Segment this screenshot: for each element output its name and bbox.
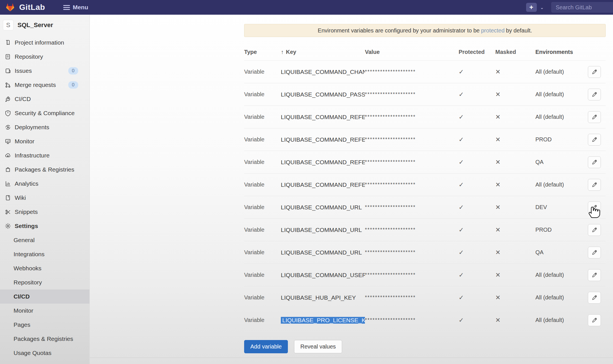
- settings-subitem-usage-quotas[interactable]: Usage Quotas: [0, 346, 89, 360]
- variables-table: Type ↑Key Value Protected Masked Environ…: [244, 44, 606, 332]
- variable-key[interactable]: LIQUIBASE_COMMAND_URL: [281, 204, 365, 211]
- sidebar-item-repository[interactable]: Repository: [0, 50, 89, 64]
- settings-subitem-webhooks[interactable]: Webhooks: [0, 261, 89, 275]
- variable-masked-value: ********************: [365, 137, 456, 142]
- edit-variable-button[interactable]: [588, 224, 601, 236]
- banner-text-after: by default.: [506, 27, 532, 34]
- reveal-values-button[interactable]: Reveal values: [294, 340, 342, 353]
- variable-row: VariableLIQUIBASE_COMMAND_USER...*******…: [244, 264, 606, 286]
- edit-variable-button[interactable]: [588, 111, 601, 123]
- variable-masked-value: ********************: [365, 295, 456, 301]
- sidebar-item-packages-registries[interactable]: Packages & Registries: [0, 163, 89, 177]
- pencil-icon: [592, 69, 597, 75]
- pencil-icon: [592, 182, 597, 188]
- menu-button[interactable]: Menu: [63, 4, 88, 11]
- ci-cd-icon: [5, 96, 11, 102]
- variable-key[interactable]: LIQUIBASE_COMMAND_USER...: [281, 272, 365, 279]
- bottom-divider: [90, 358, 613, 358]
- sidebar-item-label: Wiki: [15, 194, 26, 201]
- settings-subitem-pages[interactable]: Pages: [0, 318, 89, 332]
- sidebar-item-wiki[interactable]: Wiki: [0, 191, 89, 205]
- variable-environments: All (default): [532, 317, 583, 323]
- sidebar-item-merge-requests[interactable]: Merge requests0: [0, 78, 89, 92]
- gitlab-home-link[interactable]: GitLab: [0, 3, 45, 12]
- variable-key[interactable]: LIQUIBASE_COMMAND_CHAN...: [281, 69, 365, 75]
- variable-key[interactable]: LIQUIBASE_COMMAND_PASS...: [281, 91, 365, 98]
- sidebar-item-analytics[interactable]: Analytics: [0, 177, 89, 191]
- variable-key[interactable]: LIQUIBASE_COMMAND_REFER...: [281, 159, 365, 166]
- edit-variable-button[interactable]: [588, 89, 601, 100]
- settings-subitem-packages-registries[interactable]: Packages & Registries: [0, 332, 89, 346]
- sidebar-item-project-information[interactable]: Project information: [0, 36, 89, 50]
- sidebar-item-snippets[interactable]: Snippets: [0, 205, 89, 219]
- masked-x-icon: ✕: [492, 271, 532, 279]
- variable-row: VariableLIQUIBASE_COMMAND_URL***********…: [244, 241, 606, 264]
- topbar: GitLab Menu + ⌄: [0, 0, 613, 15]
- masked-x-icon: ✕: [492, 113, 532, 121]
- project-context-link[interactable]: S SQL_Server: [0, 15, 89, 36]
- variable-key[interactable]: LIQUIBASE_COMMAND_REFER...: [281, 181, 365, 188]
- sidebar-item-label: Settings: [15, 223, 38, 229]
- variable-environments: DEV: [532, 204, 583, 210]
- variable-type: Variable: [244, 69, 281, 75]
- sidebar-item-security-compliance[interactable]: Security & Compliance: [0, 106, 89, 120]
- settings-subitem-label: Monitor: [14, 307, 33, 314]
- new-item-button[interactable]: +: [526, 3, 537, 12]
- masked-x-icon: ✕: [492, 181, 532, 188]
- protected-check-icon: ✓: [456, 204, 492, 211]
- protected-check-icon: ✓: [456, 317, 492, 324]
- settings-subitem-ci-cd[interactable]: CI/CD: [0, 290, 89, 304]
- variable-key[interactable]: LIQUIBASE_HUB_API_KEY: [281, 294, 365, 301]
- edit-variable-button[interactable]: [588, 292, 601, 304]
- settings-subitem-repository[interactable]: Repository: [0, 275, 89, 290]
- variable-key[interactable]: LIQUIBASE_COMMAND_REFER...: [281, 136, 365, 143]
- plus-icon: +: [529, 4, 533, 11]
- variable-key[interactable]: LIQUIBASE_COMMAND_URL: [281, 249, 365, 256]
- protected-link[interactable]: protected: [481, 27, 504, 34]
- edit-variable-button[interactable]: [588, 66, 601, 78]
- sidebar-item-infrastructure[interactable]: Infrastructure: [0, 148, 89, 163]
- variable-key[interactable]: LIQUIBASE_COMMAND_URL: [281, 227, 365, 233]
- sidebar-item-deployments[interactable]: Deployments: [0, 120, 89, 134]
- sidebar-item-issues[interactable]: Issues0: [0, 64, 89, 78]
- search-input[interactable]: [551, 2, 613, 13]
- settings-subitem-integrations[interactable]: Integrations: [0, 247, 89, 261]
- edit-variable-button[interactable]: [588, 134, 601, 146]
- sidebar: S SQL_Server Project informationReposito…: [0, 15, 90, 364]
- hamburger-icon: [63, 5, 70, 10]
- edit-variable-button[interactable]: [588, 247, 601, 258]
- protected-check-icon: ✓: [456, 181, 492, 188]
- sidebar-item-label: Project information: [15, 39, 64, 46]
- protected-check-icon: ✓: [456, 249, 492, 256]
- variable-row: VariableLIQUIBASE_PRO_LICENSE_KEY*******…: [244, 309, 606, 332]
- repository-icon: [5, 53, 11, 60]
- variable-key[interactable]: LIQUIBASE_COMMAND_REFER...: [281, 114, 365, 120]
- protected-check-icon: ✓: [456, 136, 492, 143]
- masked-x-icon: ✕: [492, 136, 532, 143]
- gitlab-logo-icon: [5, 3, 15, 12]
- sidebar-item-monitor[interactable]: Monitor: [0, 134, 89, 148]
- infrastructure-icon: [5, 152, 11, 159]
- edit-variable-button[interactable]: [588, 314, 601, 326]
- variable-row: VariableLIQUIBASE_HUB_API_KEY***********…: [244, 286, 606, 309]
- settings-subitem-general[interactable]: General: [0, 233, 89, 247]
- variable-type: Variable: [244, 181, 281, 188]
- add-variable-button[interactable]: Add variable: [244, 340, 288, 353]
- header-key-sort[interactable]: ↑Key: [281, 49, 365, 55]
- chevron-down-icon[interactable]: ⌄: [540, 5, 544, 10]
- variable-masked-value: ********************: [365, 182, 456, 188]
- variable-masked-value: ********************: [365, 91, 456, 97]
- variable-key[interactable]: LIQUIBASE_PRO_LICENSE_KEY: [281, 317, 365, 324]
- edit-variable-button[interactable]: [588, 179, 601, 191]
- edit-variable-button[interactable]: [588, 269, 601, 281]
- variable-masked-value: ********************: [365, 69, 456, 75]
- pencil-icon: [592, 137, 597, 142]
- edit-variable-button[interactable]: [588, 201, 601, 213]
- sidebar-item-ci-cd[interactable]: CI/CD: [0, 92, 89, 106]
- variable-row: VariableLIQUIBASE_COMMAND_URL***********…: [244, 219, 606, 241]
- protected-check-icon: ✓: [456, 113, 492, 121]
- pencil-icon: [592, 227, 597, 233]
- edit-variable-button[interactable]: [588, 156, 601, 168]
- sidebar-item-settings[interactable]: Settings: [0, 219, 89, 233]
- settings-subitem-monitor[interactable]: Monitor: [0, 304, 89, 318]
